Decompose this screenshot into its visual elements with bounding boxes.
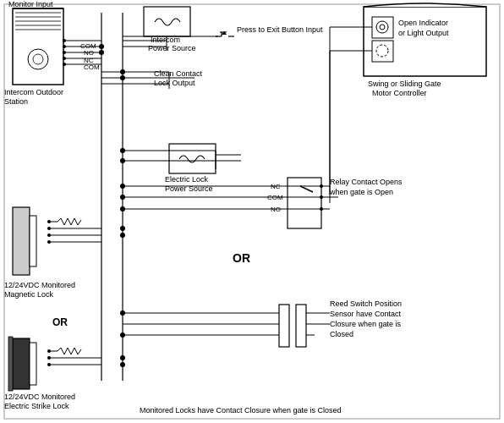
svg-text:Press to Exit Button Input: Press to Exit Button Input	[237, 25, 323, 34]
svg-point-83	[380, 25, 385, 30]
svg-point-9	[33, 54, 43, 64]
svg-text:Clean Contact: Clean Contact	[154, 69, 203, 78]
svg-text:Motor Controller: Motor Controller	[372, 89, 427, 97]
svg-point-140	[120, 332, 125, 338]
svg-text:Electric Strike Lock: Electric Strike Lock	[4, 402, 69, 410]
svg-text:or Light Output: or Light Output	[398, 29, 449, 37]
svg-rect-71	[30, 343, 36, 385]
svg-text:Station: Station	[4, 97, 28, 106]
svg-text:Lock Output: Lock Output	[154, 79, 195, 87]
svg-text:Power Source: Power Source	[148, 44, 196, 52]
svg-text:OR: OR	[233, 251, 250, 265]
svg-point-144	[120, 362, 125, 367]
svg-point-111	[120, 184, 125, 189]
svg-point-141	[120, 226, 125, 231]
svg-point-139	[120, 206, 125, 212]
svg-rect-58	[30, 216, 36, 266]
svg-text:Monitored Locks have Contact C: Monitored Locks have Contact Closure whe…	[140, 406, 342, 415]
svg-point-146	[99, 50, 104, 55]
svg-text:Closed: Closed	[330, 330, 353, 338]
svg-text:Reed Switch Position: Reed Switch Position	[330, 299, 402, 308]
svg-text:NO: NO	[84, 49, 94, 57]
svg-point-142	[120, 233, 125, 238]
svg-text:Electric Lock: Electric Lock	[165, 175, 209, 184]
svg-point-137	[120, 69, 125, 74]
svg-point-85	[376, 45, 388, 57]
wiring-diagram: Monitor Input Intercom Outdoor Station I…	[0, 0, 504, 423]
svg-point-143	[120, 355, 125, 360]
svg-rect-117	[296, 305, 306, 347]
svg-text:Swing or Sliding Gate: Swing or Sliding Gate	[368, 80, 441, 88]
svg-rect-70	[13, 338, 30, 389]
svg-point-136	[120, 158, 125, 163]
svg-rect-94	[288, 178, 321, 228]
svg-point-112	[120, 195, 125, 200]
svg-point-135	[120, 148, 125, 153]
svg-rect-57	[13, 207, 30, 275]
svg-text:Monitor Input: Monitor Input	[8, 0, 53, 8]
svg-point-145	[99, 44, 104, 49]
svg-text:when gate is Open: when gate is Open	[329, 188, 393, 196]
svg-rect-49	[169, 144, 216, 173]
svg-text:COM: COM	[84, 63, 100, 71]
svg-point-127	[120, 310, 125, 316]
svg-point-138	[120, 75, 125, 80]
svg-rect-72	[8, 337, 13, 391]
svg-text:Intercom Outdoor: Intercom Outdoor	[4, 88, 63, 96]
svg-text:Open Indicator: Open Indicator	[398, 19, 448, 27]
svg-text:12/24VDC Monitored: 12/24VDC Monitored	[4, 393, 75, 401]
svg-text:12/24VDC Monitored: 12/24VDC Monitored	[4, 281, 75, 289]
svg-rect-1	[13, 8, 63, 85]
svg-rect-116	[279, 305, 289, 347]
svg-text:Magnetic Lock: Magnetic Lock	[4, 290, 54, 299]
svg-text:OR: OR	[52, 316, 68, 328]
svg-text:Closure when gate is: Closure when gate is	[330, 320, 402, 328]
svg-text:Sensor have Contact: Sensor have Contact	[330, 310, 402, 318]
svg-rect-18	[144, 7, 190, 36]
svg-text:Relay Contact Opens: Relay Contact Opens	[330, 178, 403, 186]
